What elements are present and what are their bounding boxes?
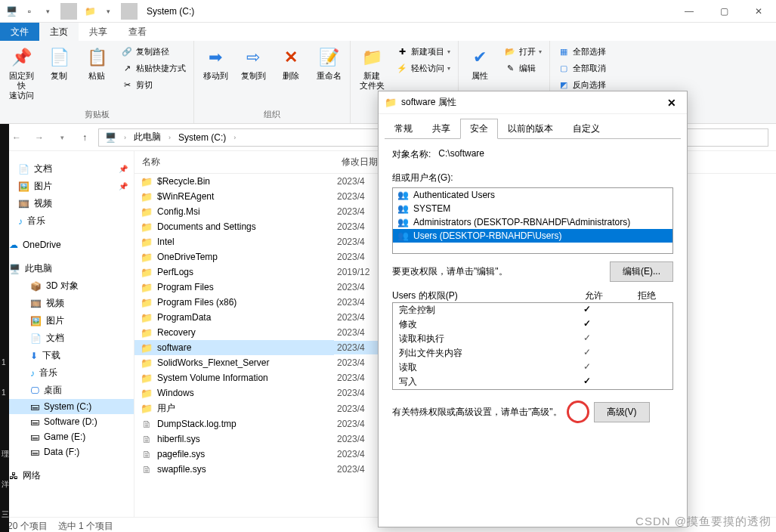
annotation-circle <box>567 401 589 423</box>
nav-videos[interactable]: 🎞️视频 <box>0 195 134 212</box>
separator <box>60 3 77 20</box>
folder-icon: 📁 <box>385 97 397 109</box>
forward-button[interactable]: → <box>30 128 48 147</box>
selection-count: 选中 1 个项目 <box>58 520 113 532</box>
col-name[interactable]: 名称 <box>134 151 334 173</box>
pin-button[interactable]: 📌固定到快 速访问 <box>5 44 38 103</box>
nav-drive-f[interactable]: 🖴Data (F:) <box>0 444 134 459</box>
copy-button[interactable]: 📄复制 <box>42 44 76 82</box>
copy-to-button[interactable]: ⇨复制到 <box>237 44 270 82</box>
back-button[interactable]: ← <box>8 128 26 147</box>
crumb-drive[interactable]: System (C:) <box>175 132 229 143</box>
nav-videos2[interactable]: 🎞️视频 <box>0 295 134 312</box>
nav-3d[interactable]: 📦3D 对象 <box>0 277 134 295</box>
tab-file[interactable]: 文件 <box>0 23 39 41</box>
tab-view[interactable]: 查看 <box>118 23 157 41</box>
qat-down-icon[interactable]: ▾ <box>39 3 56 20</box>
perm-row: 完全控制✓ <box>393 303 672 317</box>
picture-icon: 🖼️ <box>30 316 42 326</box>
file-name: Config.Msi <box>157 206 200 217</box>
new-item-button[interactable]: ✚新建项目▾ <box>393 44 453 59</box>
folder-icon: 📁 <box>141 221 153 233</box>
tab-general[interactable]: 常规 <box>385 119 422 139</box>
group-item[interactable]: 👥Authenticated Users <box>393 188 672 202</box>
folder-icon: 📁 <box>141 236 153 248</box>
file-name: Program Files (x86) <box>157 297 237 308</box>
tab-home[interactable]: 主页 <box>39 23 79 41</box>
dialog-close-button[interactable]: ✕ <box>663 94 681 112</box>
nav-thispc[interactable]: 🖥️此电脑 <box>0 260 134 277</box>
group-icon: 👥 <box>397 217 409 227</box>
nav-desktop[interactable]: 🖵桌面 <box>0 382 134 399</box>
tab-custom[interactable]: 自定义 <box>563 119 610 139</box>
nav-downloads[interactable]: ⬇下载 <box>0 347 134 364</box>
move-to-button[interactable]: ➡移动到 <box>199 44 232 82</box>
file-name: Windows <box>157 388 194 398</box>
perm-label: Users 的权限(P) <box>392 289 567 302</box>
close-button[interactable]: ✕ <box>741 0 776 23</box>
tab-security[interactable]: 安全 <box>460 119 498 139</box>
group-item[interactable]: 👥SYSTEM <box>393 202 672 215</box>
group-icon: 👥 <box>397 203 409 214</box>
tab-previous[interactable]: 以前的版本 <box>498 119 563 139</box>
properties-button[interactable]: ✔属性 <box>463 44 496 82</box>
copy-path-button[interactable]: 🔗复制路径 <box>118 44 189 59</box>
perm-deny <box>614 332 666 345</box>
nav-music2[interactable]: ♪音乐 <box>0 364 134 382</box>
tab-sharing[interactable]: 共享 <box>422 119 460 139</box>
perm-row: 读取✓ <box>393 360 672 375</box>
open-button[interactable]: 📂打开▾ <box>501 44 545 59</box>
paste-shortcut-button[interactable]: ↗粘贴快捷方式 <box>118 60 189 76</box>
file-name: ProgramData <box>157 312 211 323</box>
file-icon: 🗎 <box>141 433 153 445</box>
group-item[interactable]: 👥Administrators (DESKTOP-RBNAHDF\Adminis… <box>393 215 672 229</box>
nav-drive-c[interactable]: 🖴System (C:) <box>0 399 134 414</box>
perm-name: 完全控制 <box>399 304 561 317</box>
rename-button[interactable]: 📝重命名 <box>312 44 345 82</box>
edit-hint: 要更改权限，请单击"编辑"。 <box>392 265 508 278</box>
perm-name: 读取 <box>399 361 561 374</box>
new-item-icon: ✚ <box>396 45 408 57</box>
invert-button[interactable]: ◩反向选择 <box>555 77 609 92</box>
up-button[interactable]: ↑ <box>76 128 94 147</box>
groups-listbox[interactable]: 👥Authenticated Users👥SYSTEM👥Administrato… <box>392 187 673 254</box>
tab-share[interactable]: 共享 <box>79 23 118 41</box>
nav-drive-d[interactable]: 🖴Software (D:) <box>0 414 134 429</box>
rename-icon: 📝 <box>317 45 341 70</box>
advanced-button[interactable]: 高级(V) <box>594 402 650 422</box>
qat-dd-icon[interactable]: ▾ <box>100 3 116 20</box>
edit-button[interactable]: 编辑(E)... <box>610 261 673 282</box>
nav-documents2[interactable]: 📄文档 <box>0 329 134 347</box>
select-all-button[interactable]: ▦全部选择 <box>555 44 609 59</box>
maximize-button[interactable]: ▢ <box>706 0 741 23</box>
video-icon: 🎞️ <box>30 298 42 309</box>
folder-icon: 📁 <box>141 206 153 218</box>
easy-access-button[interactable]: ⚡轻松访问▾ <box>393 60 453 76</box>
new-folder-button[interactable]: 📁新建 文件夹 <box>355 44 388 92</box>
perm-name: 写入 <box>399 376 561 388</box>
qat-save-icon[interactable]: ▫ <box>21 3 38 20</box>
nav-music[interactable]: ♪音乐 <box>0 212 134 230</box>
file-name: OneDriveTemp <box>157 252 218 262</box>
group-item[interactable]: 👥Users (DESKTOP-RBNAHDF\Users) <box>393 229 672 243</box>
select-none-button[interactable]: ▢全部取消 <box>555 60 609 76</box>
recent-dd[interactable]: ▾ <box>53 128 71 147</box>
invert-icon: ◩ <box>558 79 570 91</box>
minimize-button[interactable]: — <box>672 0 706 23</box>
nav-pictures[interactable]: 🖼️图片📌 <box>0 178 134 195</box>
nav-network[interactable]: 🖧网络 <box>0 467 134 484</box>
nav-drive-e[interactable]: 🖴Game (E:) <box>0 429 134 444</box>
edit-button[interactable]: ✎编辑 <box>501 60 545 76</box>
perm-name: 列出文件夹内容 <box>399 347 561 360</box>
nav-documents[interactable]: 📄文档📌 <box>0 160 134 178</box>
delete-button[interactable]: ✕删除 <box>274 44 308 82</box>
nav-pictures2[interactable]: 🖼️图片 <box>0 312 134 329</box>
nav-onedrive[interactable]: ☁OneDrive <box>0 237 134 252</box>
folder-icon: 📁 <box>141 403 153 415</box>
easy-icon: ⚡ <box>396 62 408 74</box>
cut-button[interactable]: ✂剪切 <box>118 77 189 92</box>
edit-icon: ✎ <box>504 62 516 74</box>
paste-button[interactable]: 📋粘贴 <box>80 44 113 82</box>
document-icon: 📄 <box>30 333 42 344</box>
crumb-pc[interactable]: 此电脑 <box>131 131 164 144</box>
